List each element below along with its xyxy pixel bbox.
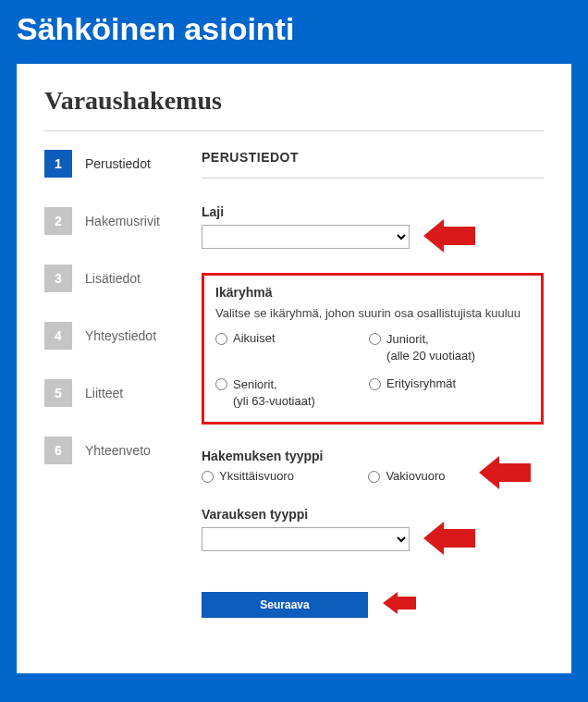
radio-seniorit[interactable]: Seniorit, (yli 63-vuotiaat) <box>215 376 361 409</box>
next-button[interactable]: Seuraava <box>202 592 368 618</box>
step-number: 3 <box>44 265 72 292</box>
field-varauksen-tyyppi: Varauksen tyyppi <box>202 507 544 551</box>
radio-label: Seniorit, (yli 63-vuotiaat) <box>233 376 315 409</box>
step-5[interactable]: 5 Liitteet <box>44 379 202 407</box>
radio-label: Juniorit, (alle 20 vuotiaat) <box>386 331 475 363</box>
radio-input[interactable] <box>369 378 381 390</box>
step-number: 5 <box>44 379 72 407</box>
label-varauksen-tyyppi: Varauksen tyyppi <box>202 507 544 522</box>
step-4[interactable]: 4 Yhteystiedot <box>44 322 202 350</box>
radio-input[interactable] <box>368 471 380 483</box>
step-number: 4 <box>44 322 72 350</box>
button-row: Seuraava <box>202 592 544 618</box>
radio-label: Erityisryhmät <box>386 376 456 390</box>
radio-aikuiset[interactable]: Aikuiset <box>215 331 361 363</box>
step-label: Yhteenveto <box>85 443 151 458</box>
label-ikaryhma: Ikäryhmä <box>215 285 530 300</box>
step-label: Perustiedot <box>85 156 151 171</box>
select-laji[interactable] <box>202 225 410 249</box>
help-ikaryhma: Valitse se ikäryhmä, johon suurin osa os… <box>215 305 530 322</box>
field-laji: Laji <box>202 204 544 249</box>
form-card: Varaushakemus 1 Perustiedot 2 Hakemusriv… <box>17 64 571 673</box>
section-heading: PERUSTIEDOT <box>202 150 544 179</box>
arrow-annotation-icon <box>423 522 475 555</box>
radio-label: Vakiovuoro <box>386 469 445 483</box>
step-label: Liitteet <box>85 386 123 400</box>
radio-input[interactable] <box>215 378 227 390</box>
form-title: Varaushakemus <box>44 86 544 131</box>
select-varauksen-tyyppi[interactable] <box>202 527 410 551</box>
step-number: 1 <box>44 150 72 178</box>
step-label: Hakemusrivit <box>85 214 160 228</box>
step-1[interactable]: 1 Perustiedot <box>44 150 202 178</box>
step-2[interactable]: 2 Hakemusrivit <box>44 207 202 235</box>
page-title: Sähköinen asiointi <box>0 0 588 64</box>
radio-input[interactable] <box>215 333 227 345</box>
step-label: Yhteystiedot <box>85 328 156 343</box>
step-6[interactable]: 6 Yhteenveto <box>44 437 202 464</box>
step-label: Lisätiedot <box>85 271 141 286</box>
step-number: 2 <box>44 207 72 235</box>
arrow-annotation-icon <box>383 592 416 614</box>
form-main: PERUSTIEDOT Laji Ikäryhmä Valitse se ikä… <box>202 150 544 618</box>
radio-label: Yksittäisvuoro <box>219 469 294 483</box>
radio-erityisryhmat[interactable]: Erityisryhmät <box>369 376 530 409</box>
radio-yksittaisvuoro[interactable]: Yksittäisvuoro <box>202 469 361 483</box>
radio-juniorit[interactable]: Juniorit, (alle 20 vuotiaat) <box>369 331 530 363</box>
arrow-annotation-icon <box>423 219 475 252</box>
field-ikaryhma: Ikäryhmä Valitse se ikäryhmä, johon suur… <box>202 273 544 425</box>
field-hakemuksen-tyyppi: Hakemuksen tyyppi Yksittäisvuoro Vakiovu… <box>202 449 544 483</box>
label-laji: Laji <box>202 204 544 219</box>
radio-input[interactable] <box>202 471 214 483</box>
step-3[interactable]: 3 Lisätiedot <box>44 265 202 292</box>
radio-input[interactable] <box>369 333 381 345</box>
arrow-annotation-icon <box>479 456 531 489</box>
steps-nav: 1 Perustiedot 2 Hakemusrivit 3 Lisätiedo… <box>44 150 202 618</box>
step-number: 6 <box>44 437 72 464</box>
radio-label: Aikuiset <box>233 331 276 345</box>
